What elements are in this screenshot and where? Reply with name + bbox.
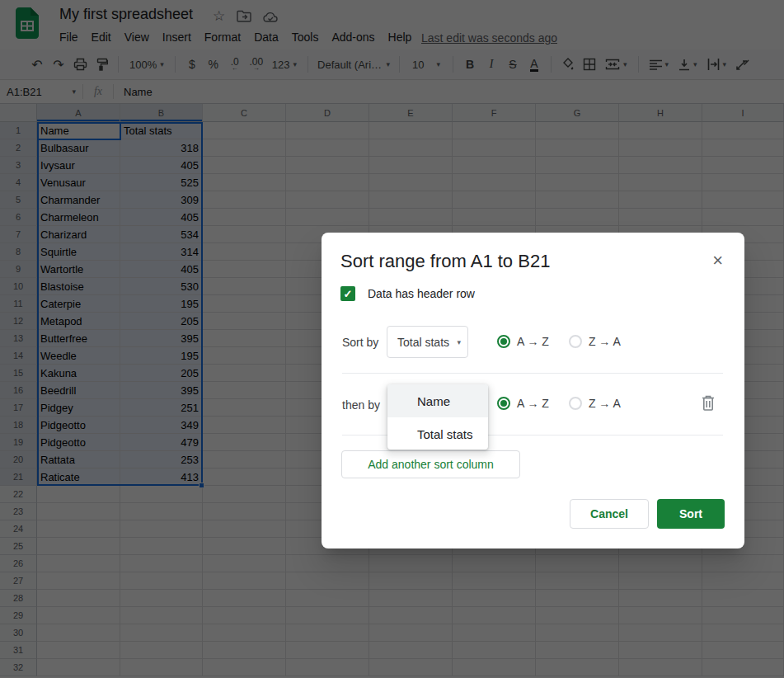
dropdown-option-name[interactable]: Name: [387, 384, 488, 417]
add-sort-column-button[interactable]: Add another sort column: [341, 450, 520, 478]
sort-button[interactable]: Sort: [657, 499, 725, 529]
column-dropdown-menu: NameTotal stats: [387, 384, 488, 450]
delete-rule-trash-icon[interactable]: [701, 394, 716, 415]
check-icon: ✓: [344, 288, 353, 300]
header-row-checkbox-label: Data has header row: [368, 287, 475, 300]
then-by-desc-option[interactable]: Z → A: [569, 397, 621, 410]
sort-by-asc-option[interactable]: A → Z: [497, 335, 549, 348]
then-by-asc-option[interactable]: A → Z: [497, 397, 549, 410]
sort-by-column-select[interactable]: Total stats ▾: [387, 326, 468, 358]
radio-selected-icon: [497, 335, 510, 348]
header-row-checkbox[interactable]: ✓: [340, 286, 355, 301]
dropdown-option-total-stats[interactable]: Total stats: [387, 417, 488, 450]
dialog-title: Sort range from A1 to B21: [340, 251, 550, 272]
radio-unselected-icon: [569, 335, 582, 348]
then-by-label: then by: [342, 398, 380, 412]
sort-range-dialog: Sort range from A1 to B21 × ✓ Data has h…: [322, 233, 744, 549]
radio-unselected-icon: [569, 397, 582, 410]
close-icon[interactable]: ×: [712, 250, 723, 271]
sort-by-label: Sort by: [342, 336, 378, 349]
cancel-button[interactable]: Cancel: [570, 499, 649, 529]
caret-down-icon: ▾: [457, 338, 461, 346]
radio-selected-icon: [497, 397, 510, 410]
sort-by-desc-option[interactable]: Z → A: [569, 335, 621, 348]
